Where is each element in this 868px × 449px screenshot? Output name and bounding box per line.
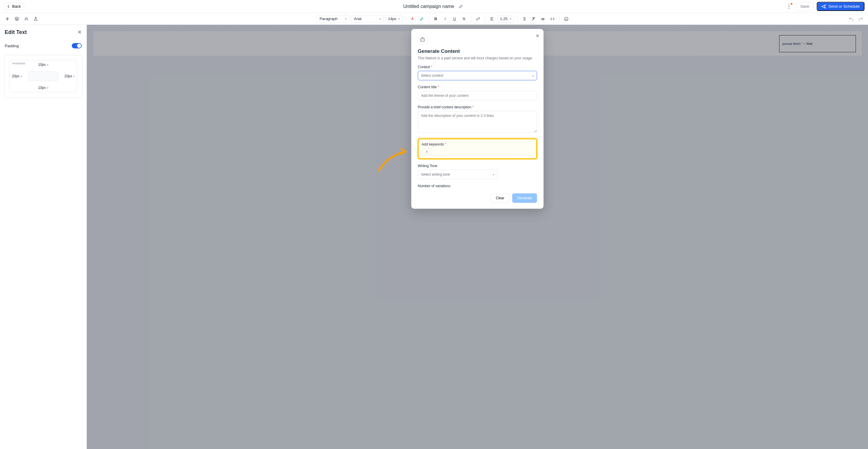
add-keyword-button[interactable]: + <box>422 148 432 155</box>
padding-preview-box <box>29 71 58 81</box>
padding-toggle[interactable] <box>72 43 82 49</box>
generate-button[interactable]: Generate <box>512 193 537 203</box>
generate-content-modal: ✕ Generate Content This feature is a pai… <box>411 29 544 209</box>
close-panel-icon[interactable]: ✕ <box>78 29 82 35</box>
emoji-icon[interactable] <box>562 15 570 23</box>
close-modal-icon[interactable]: ✕ <box>535 33 539 39</box>
clear-button[interactable]: Clear <box>491 193 509 203</box>
undo-icon[interactable] <box>847 15 855 23</box>
padding-top-stepper[interactable]: 10px▾ <box>38 63 49 67</box>
bot-icon <box>418 35 427 44</box>
padding-left-stepper[interactable]: 20px▾ <box>12 74 22 78</box>
send-label: Send or Schedule <box>829 4 860 8</box>
variations-label: Number of variations <box>418 184 537 188</box>
more-menu-button[interactable] <box>785 2 793 11</box>
bold-icon[interactable]: B <box>432 15 440 23</box>
annotation-arrow <box>376 147 411 173</box>
quote-icon[interactable] <box>539 15 547 23</box>
svg-point-5 <box>566 18 567 19</box>
line-height-select[interactable]: 1.25▾ <box>497 15 514 23</box>
content-title-label: Content title <box>418 85 437 89</box>
layers-icon[interactable] <box>13 15 21 23</box>
svg-point-3 <box>564 17 568 21</box>
edit-title-icon[interactable] <box>457 2 465 11</box>
campaign-title: Untitled campaign name <box>403 4 454 9</box>
add-block-icon[interactable] <box>4 15 11 23</box>
writing-tone-select[interactable]: Select writing tone ▾ <box>418 170 497 179</box>
svg-point-2 <box>788 8 789 8</box>
paragraph-select[interactable]: Paragraph▾ <box>317 15 349 23</box>
italic-icon[interactable]: I <box>441 15 449 23</box>
chevron-down-icon: ▾ <box>510 17 512 20</box>
save-button[interactable]: Save <box>796 2 814 11</box>
send-schedule-button[interactable]: Send or Schedule <box>817 2 864 11</box>
padding-caption: PADDING <box>12 62 25 65</box>
link-icon[interactable] <box>474 15 482 23</box>
font-size-select[interactable]: 14px▾ <box>385 15 402 23</box>
highlight-color-icon[interactable] <box>418 15 426 23</box>
content-title-input[interactable] <box>418 91 537 100</box>
font-select[interactable]: Arial▾ <box>351 15 383 23</box>
keywords-label: Add keywords <box>422 142 444 147</box>
svg-point-7 <box>421 39 422 40</box>
redo-icon[interactable] <box>857 15 864 23</box>
padding-bottom-stepper[interactable]: 10px▾ <box>38 86 49 90</box>
code-icon[interactable] <box>549 15 556 23</box>
svg-point-0 <box>788 4 789 5</box>
strikethrough-icon[interactable]: S <box>460 15 468 23</box>
svg-rect-6 <box>421 38 425 41</box>
padding-label: Padding <box>5 44 19 48</box>
chevron-down-icon: ▾ <box>345 17 347 20</box>
text-color-icon[interactable] <box>409 15 416 23</box>
chevron-down-icon: ▾ <box>493 173 494 176</box>
clear-format-icon[interactable] <box>530 15 537 23</box>
description-textarea[interactable] <box>418 111 537 133</box>
svg-point-8 <box>423 39 423 40</box>
chevron-down-icon: ▾ <box>379 17 381 20</box>
list-icon[interactable] <box>520 15 528 23</box>
lab-icon[interactable] <box>32 15 39 23</box>
align-icon[interactable] <box>488 15 496 23</box>
chevron-down-icon: ▾ <box>532 74 534 77</box>
style-icon[interactable] <box>23 15 30 23</box>
tone-label: Writing Tone <box>418 164 537 168</box>
back-label: Back <box>12 4 21 8</box>
padding-right-stepper[interactable]: 20px▾ <box>64 74 75 78</box>
underline-icon[interactable]: U <box>451 15 459 23</box>
back-button[interactable]: Back <box>4 3 24 10</box>
modal-subtitle: This feature is a paid service and will … <box>418 56 537 60</box>
modal-title: Generate Content <box>418 49 537 54</box>
context-label: Context <box>418 65 430 69</box>
svg-point-1 <box>788 6 789 7</box>
panel-title: Edit Text <box>5 29 27 35</box>
modal-overlay: ✕ Generate Content This feature is a pai… <box>87 25 868 449</box>
send-icon <box>822 4 826 8</box>
chevron-down-icon: ▾ <box>398 17 400 20</box>
unsaved-indicator-dot <box>790 3 793 5</box>
chevron-left-icon <box>7 5 10 8</box>
svg-point-4 <box>565 18 566 19</box>
context-select[interactable]: Select context ▾ <box>418 71 537 80</box>
description-label: Provide a brief content description <box>418 105 471 109</box>
